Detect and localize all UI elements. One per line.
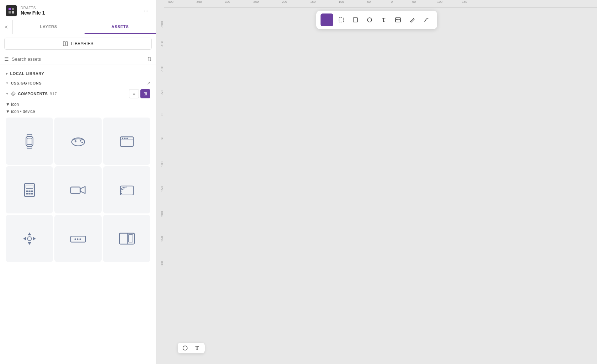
ruler-label: 250 [160,236,164,241]
svg-rect-4 [63,42,65,46]
ruler-left: -200 -150 -100 -50 0 50 100 150 200 250 … [156,0,164,364]
cssgg-label: CSS.GG ICONS [11,81,42,85]
ruler-label: 200 [160,211,164,217]
ruler-label: -250 [252,0,259,4]
ruler-label: 100 [437,0,442,4]
grid-view-button[interactable]: ⊞ [140,89,150,98]
app-logo [6,5,17,16]
components-row: ▼ COMPONENTS 917 ≡ ⊞ [0,87,156,100]
svg-rect-7 [27,138,32,144]
drafts-label: DRAFTS [21,6,138,10]
sidebar-tabs: < LAYERS ASSETS [0,20,156,34]
ruler-label: -100 [338,0,344,4]
ruler-label: 0 [160,114,164,115]
svg-rect-9 [27,146,32,148]
ruler-label: -150 [309,0,316,4]
image-tool-button[interactable] [392,13,404,26]
icon-monitor[interactable] [103,215,150,262]
text-tool-button[interactable]: T [377,13,390,26]
sidebar: DRAFTS New File 1 ··· < LAYERS ASSETS LI… [0,0,156,364]
components-label[interactable]: ▼ COMPONENTS 917 [6,91,57,96]
ruler-label: -300 [224,0,230,4]
icon-browser[interactable] [103,118,150,165]
search-input[interactable] [12,56,145,62]
svg-point-30 [120,192,122,194]
svg-point-38 [77,238,78,240]
svg-rect-26 [28,193,31,194]
more-menu-button[interactable]: ··· [142,6,150,15]
toolbar: T [316,11,437,29]
select-tool-button[interactable] [321,13,333,26]
local-library-header[interactable]: ▶ LOCAL LIBRARY [6,70,150,77]
view-toggle: ≡ ⊞ [129,89,150,98]
svg-point-17 [122,137,123,139]
ruler-label: -50 [366,0,371,4]
cssgg-header[interactable]: ▼ CSS.GG ICONS ↗ [6,81,150,86]
filter-icon[interactable]: ☰ [4,56,9,62]
connect-tool-button[interactable] [420,13,433,26]
svg-marker-33 [23,237,26,240]
back-button[interactable]: < [0,20,13,34]
canvas-area[interactable]: -400 -350 -300 -250 -200 -150 -100 -50 0… [156,0,597,364]
svg-marker-32 [28,242,31,245]
mini-circle-button[interactable] [182,345,188,351]
svg-text:T: T [382,17,386,23]
icon-smartwatch[interactable] [6,118,53,165]
ruler-label: -200 [160,21,164,28]
svg-rect-1 [12,8,14,10]
chevron-down-2-icon: ▼ [6,92,9,96]
components-text: COMPONENTS [18,92,48,96]
svg-point-49 [183,346,187,350]
svg-point-11 [80,140,81,141]
ruler-label: -100 [160,66,164,72]
icon-video-camera[interactable] [54,166,102,213]
ruler-label: 50 [160,137,164,140]
tab-assets[interactable]: ASSETS [85,20,156,34]
icon-cast[interactable] [103,166,150,213]
svg-point-18 [124,137,125,139]
asset-tree: ▶ LOCAL LIBRARY ▼ CSS.GG ICONS ↗ ▼ [0,65,156,364]
tab-layers[interactable]: LAYERS [13,20,85,34]
svg-rect-23 [28,190,31,192]
icon-dpad[interactable] [6,215,53,262]
sort-icon[interactable]: ⇅ [147,56,152,62]
ruler-label: -200 [281,0,287,4]
svg-rect-42 [128,234,133,242]
pen-tool-button[interactable] [406,13,419,26]
mini-toolbar: T [178,343,205,353]
component-icon [11,91,16,96]
ruler-label: -50 [160,91,164,95]
header-title-group: DRAFTS New File 1 [21,6,138,16]
svg-point-48 [397,19,398,20]
svg-point-12 [81,141,83,143]
sidebar-header: DRAFTS New File 1 ··· [0,0,156,20]
libraries-label: LIBRARIES [71,41,93,46]
external-link-icon[interactable]: ↗ [147,81,150,86]
icon-device-label[interactable]: ▼ icon • device [0,108,156,116]
svg-marker-34 [33,237,36,240]
ruler-label: -150 [160,41,164,47]
svg-point-37 [74,238,76,240]
chevron-down-icon: ▼ [6,82,9,85]
icon-set-top-box[interactable] [54,215,102,262]
icon-calculator[interactable] [6,166,53,213]
ruler-label: 50 [412,0,416,4]
ellipse-tool-button[interactable] [363,13,376,26]
ruler-label: 150 [462,0,467,4]
svg-point-35 [27,237,31,240]
ruler-top: -400 -350 -300 -250 -200 -150 -100 -50 0… [156,0,597,8]
region-select-tool-button[interactable] [335,13,348,26]
icon-gamepad[interactable] [54,118,102,165]
ruler-label: 0 [391,0,393,4]
libraries-button[interactable]: LIBRARIES [4,38,152,50]
rectangle-tool-button[interactable] [349,13,362,26]
icon-grid [0,116,156,264]
svg-marker-31 [28,232,31,235]
svg-rect-28 [71,187,80,193]
svg-rect-43 [339,18,343,22]
icon-group-label[interactable]: ▼ icon [0,100,156,108]
mini-text-button[interactable]: T [194,345,200,351]
ruler-label: 100 [160,162,164,167]
list-view-button[interactable]: ≡ [129,89,139,98]
svg-rect-27 [31,193,33,194]
